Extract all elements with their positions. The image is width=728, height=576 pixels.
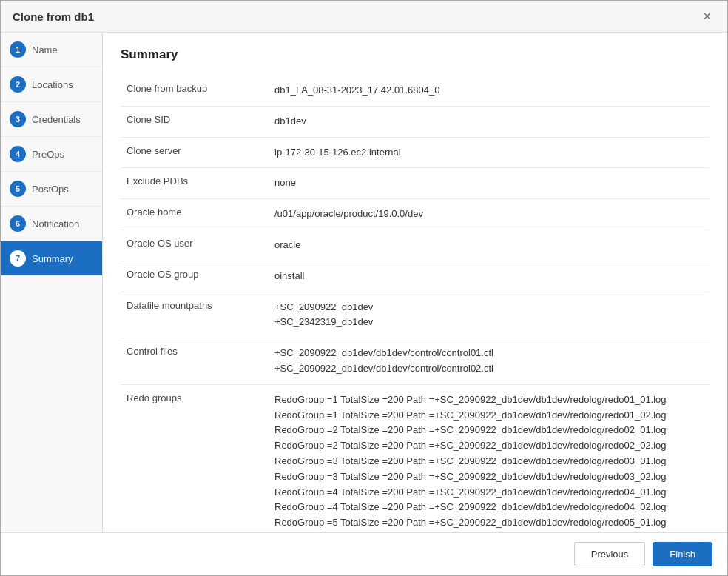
- sidebar-label-credentials: Credentials: [32, 114, 81, 125]
- sidebar: 1Name2Locations3Credentials4PreOps5PostO…: [1, 33, 103, 532]
- cell-line: RedoGroup =2 TotalSize =200 Path =+SC_20…: [274, 438, 704, 454]
- row-label: Redo groups: [121, 384, 269, 532]
- sidebar-label-locations: Locations: [32, 79, 73, 90]
- sidebar-label-preops: PreOps: [32, 149, 64, 160]
- step-badge-2: 2: [10, 76, 26, 93]
- table-row: Exclude PDBsnone: [121, 168, 710, 199]
- row-label: Oracle home: [121, 199, 269, 230]
- step-badge-4: 4: [10, 146, 26, 162]
- previous-button[interactable]: Previous: [574, 542, 646, 566]
- cell-line: db1dev: [274, 114, 704, 130]
- sidebar-item-name[interactable]: 1Name: [1, 33, 102, 67]
- cell-line: RedoGroup =3 TotalSize =200 Path =+SC_20…: [274, 454, 704, 469]
- step-badge-6: 6: [10, 215, 26, 232]
- step-badge-5: 5: [10, 181, 26, 197]
- cell-line: oinstall: [274, 269, 704, 284]
- row-value: +SC_2090922_db1dev/db1dev/control/contro…: [269, 338, 710, 385]
- row-label: Control files: [121, 338, 269, 385]
- row-value: db1_LA_08-31-2023_17.42.01.6804_0: [269, 76, 710, 106]
- cell-line: oracle: [274, 238, 704, 253]
- step-badge-7: 7: [10, 250, 26, 267]
- cell-line: db1_LA_08-31-2023_17.42.01.6804_0: [274, 83, 704, 98]
- row-value: none: [269, 168, 710, 199]
- table-row: Control files+SC_2090922_db1dev/db1dev/c…: [121, 338, 710, 385]
- cell-line: RedoGroup =1 TotalSize =200 Path =+SC_20…: [274, 408, 704, 423]
- row-label: Clone server: [121, 137, 269, 168]
- row-label: Datafile mountpaths: [121, 292, 269, 338]
- sidebar-item-postops[interactable]: 5PostOps: [1, 172, 102, 207]
- row-label: Oracle OS user: [121, 230, 269, 261]
- sidebar-item-locations[interactable]: 2Locations: [1, 67, 102, 102]
- table-row: Oracle OS useroracle: [121, 230, 710, 261]
- row-value: +SC_2090922_db1dev+SC_2342319_db1dev: [269, 292, 710, 338]
- step-badge-1: 1: [10, 41, 26, 58]
- sidebar-item-summary[interactable]: 7Summary: [1, 241, 102, 276]
- cell-line: none: [274, 175, 704, 191]
- row-label: Clone from backup: [121, 76, 269, 106]
- row-value: oracle: [269, 230, 710, 261]
- table-row: Clone from backupdb1_LA_08-31-2023_17.42…: [121, 76, 710, 106]
- close-button[interactable]: ×: [698, 8, 715, 24]
- dialog-title: Clone from db1: [13, 10, 94, 23]
- sidebar-label-postops: PostOps: [32, 184, 69, 195]
- cell-line: RedoGroup =5 TotalSize =200 Path =+SC_20…: [274, 515, 704, 531]
- main-content: Summary Clone from backupdb1_LA_08-31-20…: [103, 33, 727, 532]
- row-label: Oracle OS group: [121, 261, 269, 292]
- row-value: /u01/app/oracle/product/19.0.0/dev: [269, 199, 710, 230]
- cell-line: RedoGroup =3 TotalSize =200 Path =+SC_20…: [274, 469, 704, 485]
- table-row: Redo groupsRedoGroup =1 TotalSize =200 P…: [121, 384, 710, 532]
- dialog-footer: Previous Finish: [1, 532, 727, 575]
- cell-line: +SC_2342319_db1dev: [274, 315, 704, 330]
- table-row: Datafile mountpaths+SC_2090922_db1dev+SC…: [121, 292, 710, 338]
- row-label: Clone SID: [121, 106, 269, 137]
- row-label: Exclude PDBs: [121, 168, 269, 199]
- sidebar-item-notification[interactable]: 6Notification: [1, 207, 102, 241]
- summary-table: Clone from backupdb1_LA_08-31-2023_17.42…: [121, 76, 710, 532]
- row-value: db1dev: [269, 106, 710, 137]
- table-row: Oracle home/u01/app/oracle/product/19.0.…: [121, 199, 710, 230]
- row-value: ip-172-30-15-126.ec2.internal: [269, 137, 710, 168]
- row-value: oinstall: [269, 261, 710, 292]
- dialog-header: Clone from db1 ×: [1, 1, 727, 33]
- table-row: Clone serverip-172-30-15-126.ec2.interna…: [121, 137, 710, 168]
- cell-line: +SC_2090922_db1dev/db1dev/control/contro…: [274, 361, 704, 377]
- cell-line: +SC_2090922_db1dev/db1dev/control/contro…: [274, 346, 704, 361]
- sidebar-label-name: Name: [32, 44, 58, 56]
- cell-line: ip-172-30-15-126.ec2.internal: [274, 145, 704, 161]
- row-value: RedoGroup =1 TotalSize =200 Path =+SC_20…: [269, 384, 710, 532]
- sidebar-label-notification: Notification: [32, 218, 79, 230]
- cell-line: RedoGroup =1 TotalSize =200 Path =+SC_20…: [274, 392, 704, 408]
- dialog-body: 1Name2Locations3Credentials4PreOps5PostO…: [1, 33, 727, 532]
- step-badge-3: 3: [10, 111, 26, 127]
- clone-dialog: Clone from db1 × 1Name2Locations3Credent…: [0, 0, 728, 576]
- section-title: Summary: [121, 47, 710, 62]
- cell-line: RedoGroup =2 TotalSize =200 Path =+SC_20…: [274, 423, 704, 438]
- finish-button[interactable]: Finish: [653, 542, 712, 566]
- cell-line: RedoGroup =4 TotalSize =200 Path =+SC_20…: [274, 485, 704, 500]
- cell-line: RedoGroup =4 TotalSize =200 Path =+SC_20…: [274, 500, 704, 515]
- table-row: Oracle OS groupoinstall: [121, 261, 710, 292]
- table-row: Clone SIDdb1dev: [121, 106, 710, 137]
- sidebar-item-preops[interactable]: 4PreOps: [1, 137, 102, 172]
- sidebar-label-summary: Summary: [32, 253, 73, 264]
- cell-line: +SC_2090922_db1dev: [274, 300, 704, 315]
- cell-line: /u01/app/oracle/product/19.0.0/dev: [274, 207, 704, 222]
- sidebar-item-credentials[interactable]: 3Credentials: [1, 102, 102, 137]
